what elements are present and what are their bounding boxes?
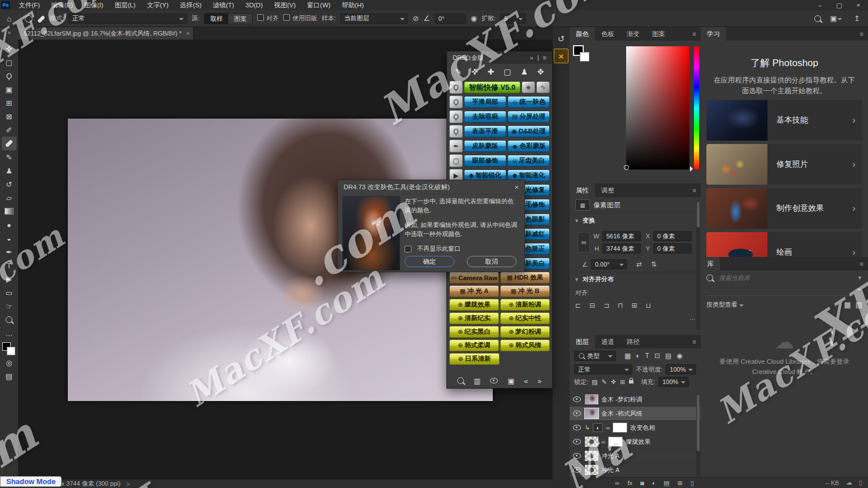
background-color-swatch[interactable]	[580, 52, 589, 62]
layer-mask-icon[interactable]: ◙	[640, 480, 644, 486]
shape-filter-icon[interactable]: ⊡	[654, 352, 660, 360]
align-center-h-icon[interactable]: ⊟	[589, 302, 595, 310]
pixel-filter-icon[interactable]: ▦	[624, 352, 631, 360]
panel-menu-icon[interactable]: ≡	[856, 27, 868, 41]
tab-paths[interactable]: 路径	[620, 335, 646, 348]
hue-slider-handle[interactable]	[690, 166, 696, 172]
x-input[interactable]: 0 像素	[653, 231, 692, 241]
zoom-tool[interactable]	[2, 313, 16, 326]
home-icon[interactable]: ⌂	[3, 14, 15, 23]
color-cursor[interactable]	[624, 165, 629, 170]
lasso-tool[interactable]: Ϙ	[2, 69, 16, 82]
tab-learn[interactable]: 学习	[701, 27, 726, 41]
dr5-panel-icon[interactable]: ×	[554, 49, 568, 63]
layer-row-4[interactable]: 冲光 A	[570, 449, 701, 463]
healing-brush-tool[interactable]	[2, 137, 16, 150]
dr5-button-3-0[interactable]: 表面平滑	[464, 125, 506, 137]
dr5-button-0-2[interactable]: ∿	[536, 81, 550, 93]
layer-row-1[interactable]: 金木 -韩式风情	[570, 407, 701, 421]
tab-close-icon[interactable]: ×	[186, 30, 189, 37]
flip-horizontal-icon[interactable]: ⇄	[636, 260, 642, 268]
visibility-toggle[interactable]	[572, 467, 582, 473]
dr5-button-18-0[interactable]: ⊕韩式柔调	[449, 339, 499, 351]
tab-gradients[interactable]: 渐变	[620, 27, 646, 41]
background-color-swatch[interactable]	[7, 347, 15, 355]
blend-mode-select[interactable]: 正常	[574, 364, 632, 374]
close-icon[interactable]: ×	[514, 183, 519, 191]
dr5-button-17-0[interactable]: ⊕纪实黑白	[449, 326, 499, 338]
adjustment-layer-icon[interactable]: ◐	[652, 480, 656, 486]
panel-columns-icon[interactable]: ▥	[474, 377, 480, 385]
menu-item-2[interactable]: 图像(I)	[79, 0, 108, 10]
layer-row-0[interactable]: 金木 -梦幻粉调	[570, 393, 701, 407]
fill-input[interactable]: 100%	[658, 377, 689, 387]
align-more-button[interactable]: ...	[570, 312, 701, 323]
restore-icon[interactable]: ▢	[830, 0, 849, 10]
list-view-icon[interactable]: ▤	[856, 300, 862, 309]
panel-collapse-icon[interactable]: » | ≡	[530, 54, 552, 61]
blur-tool[interactable]: ●	[2, 218, 16, 232]
hand-tool[interactable]: ☞	[2, 299, 16, 313]
marquee-tool[interactable]: ▢	[2, 55, 16, 69]
layer-filter-select[interactable]: 类型	[574, 351, 616, 361]
menu-item-4[interactable]: 文字(Y)	[142, 0, 173, 10]
link-layers-icon[interactable]: ∞	[615, 480, 620, 486]
move-tool[interactable]: ✜	[2, 42, 16, 55]
layer-group-icon[interactable]: ▤	[663, 480, 669, 487]
dr5-panel-tab[interactable]: DR5白金版	[447, 51, 489, 64]
healing-sample-icon[interactable]	[37, 14, 45, 23]
grid-view-icon[interactable]: ▦	[844, 300, 850, 309]
dr5-rowicon-marquee[interactable]: ▢	[449, 154, 463, 167]
lock-move-icon[interactable]: ✜	[611, 378, 616, 386]
width-input[interactable]: 5616 像素	[602, 231, 641, 241]
dr5-button-5-0[interactable]: 眼部修饰	[464, 155, 506, 167]
library-select[interactable]	[706, 285, 862, 296]
opacity-input[interactable]: 100%	[666, 364, 696, 374]
angle-input[interactable]: 0°	[435, 14, 466, 24]
collapse-left-icon[interactable]: «	[524, 377, 528, 385]
dr5-rowicon-lasso[interactable]: Ϙ	[449, 81, 463, 94]
pattern-source-button[interactable]: 图案	[228, 14, 252, 24]
transform-icon[interactable]: ✥	[537, 67, 544, 76]
dr5-button-18-1[interactable]: ⊕韩式风情	[500, 339, 550, 351]
scrollbar[interactable]	[696, 394, 700, 476]
saturation-brightness-field[interactable]	[626, 46, 689, 169]
collapse-right-icon[interactable]: »	[537, 377, 541, 385]
screen-mode-icon[interactable]: ▤	[2, 369, 16, 383]
filter-toggle-icon[interactable]: ◉	[676, 352, 682, 360]
align-right-icon[interactable]: ⊐	[604, 302, 609, 310]
dr5-button-19-0[interactable]: ⊕日系清新	[449, 353, 500, 365]
legacy-checkbox[interactable]: 使用旧版	[283, 14, 317, 23]
close-icon[interactable]: ×	[849, 0, 868, 10]
layer-row-5[interactable]: 冲光 A	[570, 463, 701, 477]
dialog-title-bar[interactable]: DR4.73 改变肤色工具(老金汉化破解) ×	[338, 180, 524, 194]
dr5-button-2-0[interactable]: 去除瑕疵	[464, 111, 506, 123]
eraser-tool[interactable]: ▱	[2, 191, 16, 204]
visibility-toggle[interactable]	[572, 453, 582, 459]
align-center-v-icon[interactable]: ⊞	[632, 302, 637, 310]
sample-select[interactable]: 当前图层	[340, 14, 408, 24]
tab-patterns[interactable]: 图案	[646, 27, 671, 41]
workspace-icon[interactable]: ▣	[830, 14, 845, 23]
dr5-rowicon-lasso[interactable]: Ϙ	[449, 125, 463, 138]
tab-adjustments[interactable]: 调整	[595, 184, 620, 197]
brush-preview-icon[interactable]: ◯	[24, 14, 33, 23]
patch-icon[interactable]: ✚	[488, 67, 494, 76]
learn-card-repair[interactable]: 修复照片›	[706, 144, 862, 185]
dr5-button-14-1[interactable]: ▦冲 光 B	[500, 285, 550, 297]
history-brush-tool[interactable]: ↺	[2, 177, 16, 191]
dodge-tool[interactable]: ◒	[2, 232, 16, 245]
lock-all-icon[interactable]	[629, 380, 633, 384]
search-icon[interactable]	[457, 377, 464, 384]
dr5-button-17-1[interactable]: ⊕梦幻粉调	[500, 326, 550, 338]
ok-button[interactable]: 确定	[405, 256, 454, 267]
dr5-button-0-1[interactable]: ◈	[522, 81, 535, 93]
panel-menu-icon[interactable]: ≡	[688, 27, 701, 41]
menu-item-9[interactable]: 窗口(W)	[302, 0, 336, 10]
dr5-button-5-1[interactable]: ∪牙齿美白	[507, 155, 550, 167]
menu-item-1[interactable]: 编辑(E)	[46, 0, 78, 10]
dr5-button-0-0[interactable]: 智能快修 V5.0	[464, 81, 520, 93]
duplicate-icon[interactable]: ▣	[507, 377, 514, 385]
frame-tool[interactable]: ⊠	[2, 110, 16, 123]
bandaid-icon[interactable]: ✜	[471, 67, 478, 76]
